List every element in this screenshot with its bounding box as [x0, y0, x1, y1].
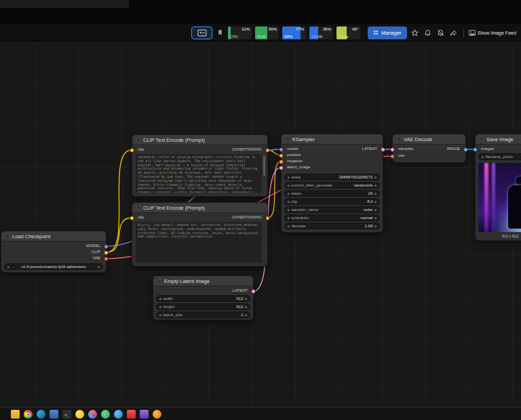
chrome-icon[interactable]: [24, 410, 33, 419]
star-icon[interactable]: [410, 26, 420, 39]
decrement-icon[interactable]: ◀: [287, 192, 289, 195]
smiley-app-icon[interactable]: [75, 410, 84, 419]
collapse-dot-icon[interactable]: [136, 138, 140, 142]
increment-icon[interactable]: ▶: [375, 225, 377, 228]
output-port-latent[interactable]: [381, 147, 385, 152]
folder-icon[interactable]: [11, 410, 20, 419]
ckpt-name-widget[interactable]: ◀ v1-5-pruned-emaonly-fp16.safetensors ▶: [4, 263, 103, 270]
blue-app-icon[interactable]: [114, 410, 123, 419]
cpu-label: CPU: [230, 35, 238, 39]
decrement-icon[interactable]: ◀: [159, 297, 161, 301]
increment-icon[interactable]: ▶: [375, 176, 377, 179]
next-option-icon[interactable]: ▶: [375, 184, 377, 187]
node-header[interactable]: CLIP Text Encode (Prompt): [132, 135, 267, 145]
collapse-dot-icon[interactable]: [480, 137, 484, 141]
node-ksampler[interactable]: KSampler model positive negative latent_…: [281, 134, 383, 233]
node-save-image[interactable]: Save Image images ◀ filename_prefix 512 …: [475, 134, 521, 241]
bell-icon[interactable]: [423, 26, 433, 39]
prev-option-icon[interactable]: ◀: [287, 216, 289, 220]
input-port-samples[interactable]: [390, 147, 395, 152]
prev-option-icon[interactable]: ◀: [7, 265, 9, 269]
increment-icon[interactable]: ▶: [246, 297, 248, 301]
edge-icon[interactable]: [37, 410, 45, 419]
output-port-conditioning[interactable]: [265, 148, 270, 153]
input-port-vae[interactable]: [390, 154, 395, 159]
height-widget[interactable]: ◀ height 512 ▶: [156, 303, 250, 310]
next-option-icon[interactable]: ▶: [375, 208, 377, 212]
collapse-dot-icon[interactable]: [136, 206, 140, 210]
node-header[interactable]: Empty Latent Image: [153, 276, 253, 286]
next-option-icon[interactable]: ▶: [375, 216, 377, 220]
prompt-scrollbar[interactable]: [263, 155, 265, 176]
output-port-conditioning[interactable]: [265, 216, 270, 221]
manager-button[interactable]: Manager: [368, 26, 407, 39]
comfy-workflow-button[interactable]: [191, 26, 212, 39]
width-widget[interactable]: ◀ width 512 ▶: [156, 295, 250, 302]
input-port-images[interactable]: [473, 147, 478, 152]
prev-option-icon[interactable]: ◀: [287, 184, 289, 187]
show-image-feed-toggle[interactable]: Show Image Feed: [469, 28, 516, 37]
decrement-icon[interactable]: ◀: [287, 225, 289, 228]
menubar-separator: [463, 28, 464, 37]
orange-app-icon[interactable]: [153, 410, 161, 419]
control-after-generate-widget[interactable]: ◀ control_after_generate randomize ▶: [284, 182, 380, 189]
node-header[interactable]: Load Checkpoint: [1, 231, 106, 242]
input-port-model[interactable]: [279, 147, 284, 152]
node-header[interactable]: VAE Decode: [393, 134, 465, 145]
sampler-name-widget[interactable]: ◀ sampler_name euler ▶: [284, 206, 380, 213]
node-vae-decode[interactable]: VAE Decode samples vae IMAGE: [392, 134, 466, 163]
decrement-icon[interactable]: ◀: [159, 313, 161, 317]
file-explorer-icon[interactable]: [50, 410, 58, 419]
collapse-dot-icon[interactable]: [286, 137, 290, 141]
input-port-positive[interactable]: [279, 153, 284, 158]
input-port-negative[interactable]: [279, 159, 284, 164]
terminal-icon[interactable]: >_: [62, 410, 71, 419]
collapse-dot-icon[interactable]: [397, 137, 401, 141]
prev-option-icon[interactable]: ◀: [287, 208, 289, 212]
output-port-clip[interactable]: [104, 250, 109, 255]
red-app-icon[interactable]: [127, 410, 136, 419]
comfyui-menubar: 12% CPU 50% RAM 77% GPU 36% VRAM 43°: [0, 24, 521, 41]
increment-icon[interactable]: ▶: [246, 305, 248, 309]
node-load-checkpoint[interactable]: Load Checkpoint MODEL CLIP VAE ◀ v1-5-pr…: [1, 231, 107, 273]
node-header[interactable]: Save Image: [476, 134, 521, 145]
output-port-latent[interactable]: [251, 289, 256, 294]
collapse-dot-icon[interactable]: [157, 279, 161, 283]
green-app-icon[interactable]: [101, 410, 110, 419]
input-port-latent-image[interactable]: [279, 166, 284, 170]
output-port-model[interactable]: [104, 244, 109, 249]
batch-size-widget[interactable]: ◀ batch_size 1 ▶: [156, 311, 250, 318]
decrement-icon[interactable]: ◀: [287, 176, 289, 179]
seed-widget[interactable]: ◀ seed 296687003208172 ▶: [284, 174, 380, 180]
positive-prompt-textarea[interactable]: cathedral, miles of glowing holographic …: [136, 154, 262, 193]
decrement-icon[interactable]: ◀: [159, 305, 161, 309]
denoise-widget[interactable]: ◀ denoise 1.00 ▶: [284, 223, 380, 229]
share-icon[interactable]: [448, 26, 459, 39]
node-empty-latent-image[interactable]: Empty Latent Image LATENT ◀ width 512 ▶ …: [153, 275, 254, 320]
increment-icon[interactable]: ▶: [375, 192, 377, 195]
scheduler-widget[interactable]: ◀ scheduler normal ▶: [284, 214, 380, 221]
node-header[interactable]: KSampler: [282, 134, 383, 145]
node-clip-text-encode-negative[interactable]: CLIP Text Encode (Prompt) clip CONDITION…: [132, 202, 268, 267]
input-port-clip[interactable]: [130, 148, 134, 153]
prev-option-icon[interactable]: ◀: [481, 155, 483, 159]
purple-app-icon[interactable]: [140, 410, 149, 419]
steps-widget[interactable]: ◀ steps 20 ▶: [284, 190, 380, 197]
increment-icon[interactable]: ▶: [246, 313, 248, 317]
increment-icon[interactable]: ▶: [375, 200, 377, 204]
next-option-icon[interactable]: ▶: [98, 265, 100, 269]
filename-prefix-widget[interactable]: ◀ filename_prefix: [478, 153, 521, 160]
cfg-widget[interactable]: ◀ cfg 8.0 ▶: [284, 198, 380, 205]
negative-prompt-textarea[interactable]: blurry, low detail, washed out, cartooni…: [136, 222, 262, 263]
bookmark-icon[interactable]: [215, 26, 225, 39]
browser-app-icon[interactable]: [88, 410, 97, 419]
output-port-image[interactable]: [463, 147, 468, 152]
bell-off-icon[interactable]: [436, 26, 446, 39]
input-port-clip[interactable]: [130, 216, 134, 221]
decrement-icon[interactable]: ◀: [287, 200, 289, 204]
collapse-dot-icon[interactable]: [5, 234, 9, 238]
node-clip-text-encode-positive[interactable]: CLIP Text Encode (Prompt) clip CONDITION…: [132, 134, 268, 197]
output-port-vae[interactable]: [104, 256, 109, 261]
node-header[interactable]: CLIP Text Encode (Prompt): [132, 203, 267, 213]
generated-image-preview[interactable]: [478, 163, 521, 232]
